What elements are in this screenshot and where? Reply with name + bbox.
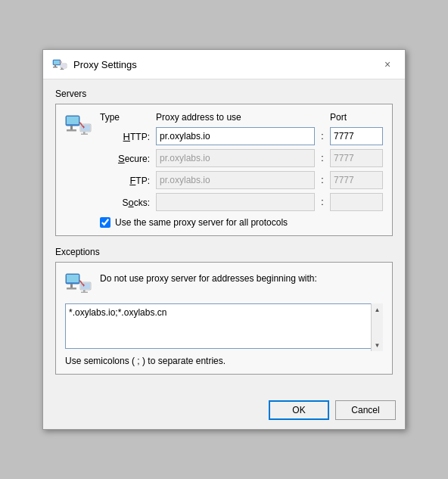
colon-2: :: [318, 153, 327, 163]
http-proxy-input[interactable]: [156, 127, 315, 145]
http-port-input[interactable]: [330, 127, 383, 145]
svg-rect-20: [67, 288, 76, 290]
col-colon: [318, 112, 327, 123]
svg-rect-18: [67, 275, 79, 282]
table-row: FTP: :: [100, 171, 383, 189]
same-proxy-checkbox[interactable]: [100, 217, 110, 228]
scroll-down-arrow[interactable]: ▼: [372, 339, 384, 351]
socks-port-input[interactable]: [330, 193, 383, 211]
svg-rect-11: [67, 129, 76, 132]
svg-rect-9: [67, 117, 79, 124]
exceptions-header: Do not use proxy server for addresses be…: [65, 270, 383, 297]
svg-rect-3: [53, 67, 58, 68]
colon-4: :: [318, 197, 327, 207]
ftp-label: FTP:: [100, 175, 153, 186]
col-port: Port: [330, 112, 383, 123]
buttons-row: OK Cancel: [43, 394, 405, 429]
ftp-proxy-input[interactable]: [156, 171, 315, 189]
secure-label: Secure:: [100, 153, 153, 164]
title-bar: Proxy Settings ×: [43, 50, 405, 79]
col-type: Type: [100, 112, 153, 123]
table-row: Secure: :: [100, 149, 383, 167]
col-proxy-address: Proxy address to use: [156, 112, 315, 123]
secure-proxy-input[interactable]: [156, 149, 315, 167]
same-proxy-row: Use the same proxy server for all protoc…: [100, 217, 383, 228]
table-row: Socks: :: [100, 193, 383, 211]
servers-section-label: Servers: [55, 89, 393, 99]
secure-port-input[interactable]: [330, 149, 383, 167]
exceptions-icon: [65, 270, 92, 297]
svg-rect-1: [54, 61, 60, 64]
ok-button[interactable]: OK: [269, 400, 329, 420]
ftp-port-input[interactable]: [330, 171, 383, 189]
servers-header: Type Proxy address to use Port HTTP: :: [65, 112, 383, 228]
svg-rect-7: [61, 69, 64, 70]
svg-rect-5: [61, 64, 66, 67]
exceptions-section-label: Exceptions: [55, 247, 393, 257]
proxy-title-icon: [52, 57, 67, 72]
svg-rect-24: [81, 292, 88, 294]
close-button[interactable]: ×: [379, 56, 396, 73]
colon-3: :: [318, 175, 327, 185]
title-bar-left: Proxy Settings: [52, 57, 137, 72]
exceptions-hint: Use semicolons ( ; ) to separate entries…: [65, 356, 383, 366]
servers-table: Type Proxy address to use Port HTTP: :: [100, 112, 383, 228]
socks-proxy-input[interactable]: [156, 193, 315, 211]
http-label: HTTP:: [100, 131, 153, 142]
scroll-up-arrow[interactable]: ▲: [372, 303, 384, 316]
colon-1: :: [318, 131, 327, 142]
exceptions-textarea-wrapper: *.oxylabs.io;*.oxylabs.cn ▲ ▼: [65, 303, 383, 351]
table-row: HTTP: :: [100, 127, 383, 145]
scrollbar-track: ▲ ▼: [371, 303, 383, 351]
servers-box: Type Proxy address to use Port HTTP: :: [55, 104, 393, 236]
same-proxy-label: Use the same proxy server for all protoc…: [115, 217, 288, 228]
servers-icon: [65, 112, 92, 139]
exceptions-textarea[interactable]: *.oxylabs.io;*.oxylabs.cn: [65, 303, 383, 349]
exceptions-box: Do not use proxy server for addresses be…: [55, 262, 393, 375]
svg-rect-10: [70, 126, 73, 129]
table-header-row: Type Proxy address to use Port: [100, 112, 383, 123]
dialog-content: Servers: [43, 79, 405, 394]
proxy-settings-dialog: Proxy Settings × Servers: [42, 49, 406, 430]
svg-rect-15: [81, 134, 88, 135]
svg-rect-2: [54, 64, 56, 67]
scroll-thumb[interactable]: [372, 316, 383, 338]
socks-label: Socks:: [100, 197, 153, 208]
cancel-button[interactable]: Cancel: [335, 400, 396, 420]
svg-rect-19: [70, 284, 73, 288]
dialog-title: Proxy Settings: [73, 59, 137, 70]
exceptions-description: Do not use proxy server for addresses be…: [100, 270, 317, 284]
